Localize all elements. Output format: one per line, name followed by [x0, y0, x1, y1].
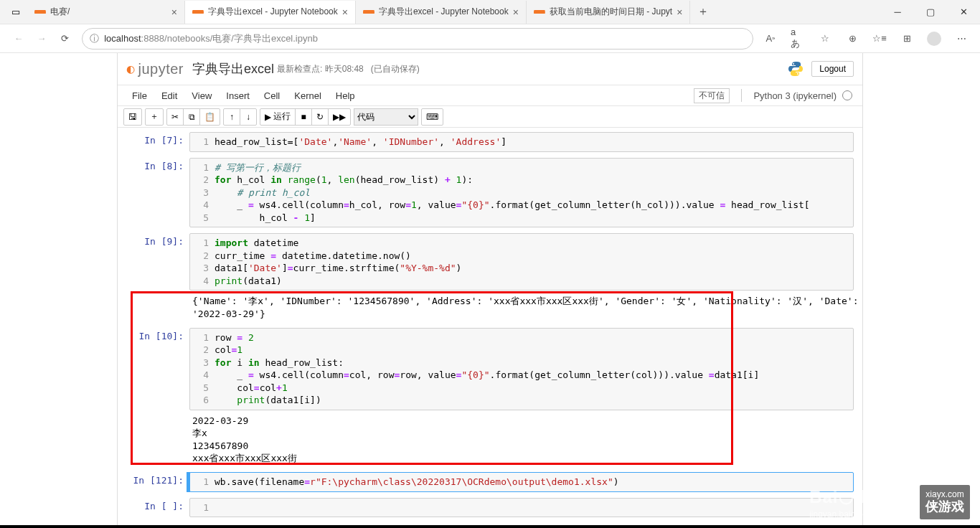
- tab-favicon-icon: [363, 6, 374, 18]
- back-button[interactable]: ←: [7, 27, 30, 50]
- code-line[interactable]: _ = ws4.cell(column=col, row=row, value=…: [215, 369, 759, 382]
- watermark-baidu: Bai◡du Baidu 经验经验 jingyan.baidu.com: [809, 487, 901, 519]
- cell-input[interactable]: 1wb.save(filename=r"F:\pycharm\class\202…: [189, 472, 854, 492]
- browser-tab[interactable]: 字典导出excel - Jupyter Notebook×: [356, 1, 527, 24]
- copy-button[interactable]: ⧉: [183, 108, 200, 126]
- code-line[interactable]: col=1: [215, 344, 242, 357]
- jupyter-logo[interactable]: ◐ jupyter: [126, 61, 184, 77]
- code-line[interactable]: import datetime: [215, 237, 298, 250]
- browser-tab[interactable]: 电赛/×: [27, 1, 185, 24]
- code-line[interactable]: _ = ws4.cell(column=h_col, row=1, value=…: [215, 199, 810, 212]
- notebook-name[interactable]: 字典导出excel: [192, 60, 274, 77]
- address-bar[interactable]: ⓘ localhost:8888/notebooks/电赛/字典导出excel.…: [82, 28, 753, 50]
- cell-prompt: In [121]:: [118, 472, 189, 492]
- new-tab-button[interactable]: ＋: [690, 4, 716, 19]
- tab-favicon-icon: [534, 6, 545, 18]
- code-cell[interactable]: In [10]:1row = 22col=13for i in head_row…: [118, 326, 862, 412]
- paste-button[interactable]: 📋: [199, 108, 220, 126]
- menu-edit[interactable]: Edit: [154, 88, 184, 104]
- extensions-icon[interactable]: ⊞: [900, 32, 914, 46]
- close-button[interactable]: ✕: [947, 0, 980, 24]
- code-line[interactable]: col=col+1: [215, 382, 288, 395]
- line-number: 1: [190, 237, 215, 250]
- cell-input[interactable]: 1: [189, 498, 854, 518]
- code-cell[interactable]: In [ ]:1: [118, 496, 862, 519]
- code-cell[interactable]: In [7]:1head_row_list=['Date','Name', 'I…: [118, 131, 862, 154]
- window-controls: ─ ▢ ✕: [881, 0, 980, 24]
- line-number: 4: [190, 199, 215, 212]
- move-up-button[interactable]: ↑: [223, 108, 240, 126]
- code-line[interactable]: for h_col in range(1, len(head_row_list)…: [215, 174, 473, 187]
- collections-icon[interactable]: ⊕: [845, 32, 859, 46]
- info-icon: ⓘ: [90, 32, 99, 45]
- profile-icon[interactable]: [927, 32, 941, 46]
- jupyter-logo-icon: ◐: [126, 63, 136, 75]
- cell-output: {'Name': '李x', 'IDNumber': '1234567890',…: [189, 292, 862, 323]
- kernel-name[interactable]: Python 3 (ipykernel): [753, 90, 837, 101]
- code-line[interactable]: print(data1): [215, 275, 282, 288]
- cell-input[interactable]: 1row = 22col=13for i in head_row_list:4 …: [189, 328, 854, 410]
- restart-button[interactable]: ↻: [311, 108, 329, 126]
- code-line[interactable]: print(data1[i]): [215, 394, 321, 407]
- favorites-bar-icon[interactable]: ☆≡: [872, 32, 887, 46]
- code-cell[interactable]: In [8]:1# 写第一行，标题行2for h_col in range(1,…: [118, 156, 862, 230]
- cut-button[interactable]: ✂: [166, 108, 184, 126]
- line-number: 5: [190, 382, 215, 395]
- browser-tab[interactable]: 字典导出excel - Jupyter Notebook×: [185, 1, 356, 24]
- browser-tab[interactable]: 获取当前电脑的时间日期 - Jupyt×: [527, 1, 691, 24]
- tab-list: ▭ 电赛/×字典导出excel - Jupyter Notebook×字典导出e…: [0, 0, 881, 24]
- code-cell[interactable]: In [121]:1wb.save(filename=r"F:\pycharm\…: [118, 471, 862, 494]
- code-line[interactable]: wb.save(filename=r"F:\pycharm\class\2022…: [215, 476, 619, 489]
- refresh-button[interactable]: ⟳: [53, 27, 76, 50]
- restart-run-all-button[interactable]: ▶▶: [328, 108, 351, 126]
- cell-input[interactable]: 1# 写第一行，标题行2for h_col in range(1, len(he…: [189, 158, 854, 228]
- code-line[interactable]: row = 2: [215, 331, 254, 344]
- line-number: 1: [190, 161, 215, 174]
- cell-type-select[interactable]: 代码: [354, 108, 418, 126]
- menu-view[interactable]: View: [184, 88, 219, 104]
- save-button[interactable]: 🖫: [123, 108, 142, 126]
- more-icon[interactable]: ⋯: [954, 32, 969, 46]
- tab-close-icon[interactable]: ×: [677, 6, 682, 18]
- favorite-icon[interactable]: ☆: [818, 32, 832, 46]
- code-line[interactable]: h_col - 1]: [215, 212, 316, 225]
- line-number: 2: [190, 174, 215, 187]
- tab-favicon-icon: [192, 6, 204, 18]
- move-down-button[interactable]: ↓: [240, 108, 257, 126]
- code-line[interactable]: # 写第一行，标题行: [215, 161, 301, 174]
- address-path: :8888/notebooks/电赛/字典导出excel.ipynb: [141, 32, 318, 45]
- code-line[interactable]: data1['Date']=curr_time.strftime("%Y-%m-…: [215, 262, 461, 275]
- code-line[interactable]: head_row_list=['Date','Name', 'IDNumber'…: [215, 136, 507, 148]
- menu-insert[interactable]: Insert: [219, 88, 257, 104]
- python-icon: [787, 60, 804, 77]
- menu-file[interactable]: File: [125, 88, 154, 104]
- menu-help[interactable]: Help: [329, 88, 362, 104]
- code-line[interactable]: # print h_col: [215, 187, 310, 199]
- code-line[interactable]: curr_time = datetime.datetime.now(): [215, 250, 411, 263]
- cell-input[interactable]: 1import datetime2curr_time = datetime.da…: [189, 233, 854, 291]
- tab-close-icon[interactable]: ×: [171, 6, 177, 18]
- menu-kernel[interactable]: Kernel: [287, 88, 329, 104]
- line-number: 1: [190, 136, 215, 148]
- command-palette-button[interactable]: ⌨: [421, 108, 443, 126]
- minimize-button[interactable]: ─: [881, 0, 914, 24]
- toolbar-icons: A» aあ ☆ ⊕ ☆≡ ⊞ ⋯: [759, 32, 973, 46]
- translate-icon[interactable]: aあ: [791, 32, 805, 46]
- line-number: 4: [190, 369, 215, 382]
- maximize-button[interactable]: ▢: [914, 0, 947, 24]
- read-aloud-icon[interactable]: A»: [763, 32, 778, 46]
- tab-close-icon[interactable]: ×: [513, 6, 519, 18]
- line-number: 1: [190, 501, 215, 514]
- code-line[interactable]: for i in head_row_list:: [215, 357, 344, 369]
- run-button[interactable]: ▶运行: [260, 108, 296, 126]
- forward-button[interactable]: →: [30, 27, 53, 50]
- interrupt-button[interactable]: ■: [295, 108, 312, 126]
- tab-close-icon[interactable]: ×: [342, 6, 348, 18]
- code-cell[interactable]: In [9]:1import datetime2curr_time = date…: [118, 232, 862, 292]
- sidebar-toggle-icon[interactable]: ▭: [7, 4, 24, 21]
- logout-button[interactable]: Logout: [811, 61, 854, 77]
- insert-cell-button[interactable]: ＋: [145, 108, 164, 126]
- trust-indicator[interactable]: 不可信: [694, 88, 730, 103]
- cell-input[interactable]: 1head_row_list=['Date','Name', 'IDNumber…: [189, 132, 854, 152]
- menu-cell[interactable]: Cell: [257, 88, 287, 104]
